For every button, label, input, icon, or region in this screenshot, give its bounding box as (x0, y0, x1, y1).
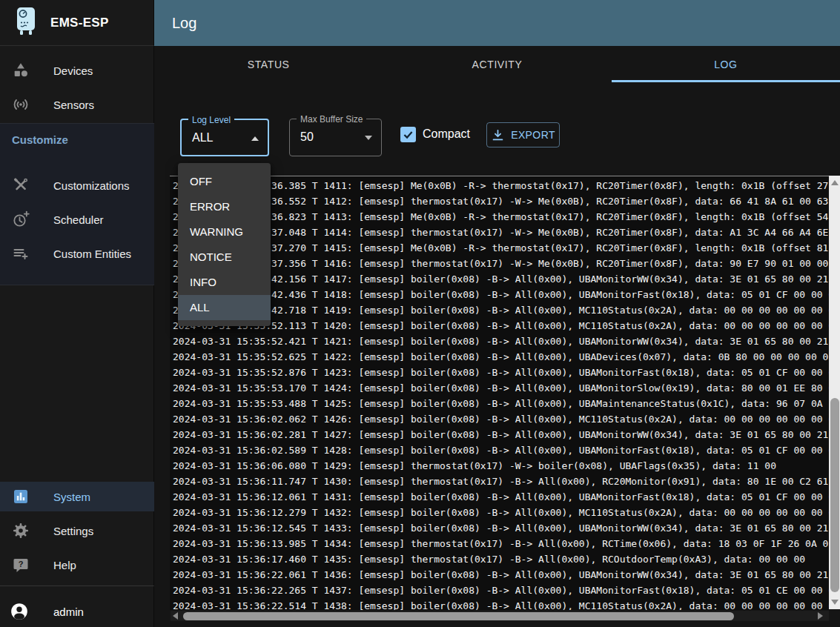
compact-checkbox[interactable] (400, 127, 416, 142)
sidebar-item-label: Customizations (53, 179, 130, 192)
sidebar-item-help[interactable]: ? Help (0, 550, 154, 580)
sidebar-item-customizations[interactable]: Customizations (0, 170, 154, 200)
max-buffer-value: 50 (300, 130, 314, 144)
customize-section-label: Customize (12, 133, 68, 146)
vertical-scrollbar-thumb[interactable] (830, 398, 839, 592)
sidebar-item-devices[interactable]: Devices (0, 56, 154, 85)
log-line: 2024-03-31 15:36:12.279 T 1432: [emsesp]… (173, 505, 829, 520)
active-tab-indicator (612, 80, 840, 82)
sidebar-item-label: Custom Entities (53, 248, 131, 260)
log-line: 2024-03-31 15:35:53.488 T 1425: [emsesp]… (173, 396, 829, 411)
chevron-down-icon (365, 136, 372, 140)
log-line: 2024-03-31 15:35:53.170 T 1424: [emsesp]… (173, 380, 829, 396)
export-button-label: EXPORT (511, 129, 555, 141)
log-line: 2024-03-31 15:36:22.265 T 1437: [emsesp]… (173, 583, 829, 598)
log-line: 2024-03-31 15:35:36.823 T 1413: [emsesp]… (173, 209, 829, 225)
log-line: 2024-03-31 15:35:42.718 T 1419: [emsesp]… (173, 302, 829, 318)
log-line: 2024-03-31 15:35:42.436 T 1418: [emsesp]… (173, 287, 829, 302)
tab-bar: STATUS ACTIVITY LOG (154, 46, 840, 82)
log-line: 2024-03-31 15:36:02.281 T 1427: [emsesp]… (173, 427, 829, 442)
sidebar-item-sensors[interactable]: Sensors (0, 90, 154, 119)
check-icon (402, 128, 414, 141)
compact-label: Compact (423, 127, 470, 141)
chevron-up-icon (251, 136, 259, 141)
horizontal-scrollbar[interactable] (171, 611, 829, 621)
account-circle-icon (10, 602, 29, 621)
vertical-scrollbar[interactable] (829, 176, 840, 609)
category-icon (12, 62, 30, 79)
construction-icon (12, 176, 30, 194)
menu-item-notice[interactable]: NOTICE (178, 245, 271, 270)
tab-activity[interactable]: ACTIVITY (383, 46, 611, 82)
playlist-add-icon (12, 245, 30, 262)
log-line: 2024-03-31 15:36:06.080 T 1429: [emsesp]… (173, 458, 829, 474)
max-buffer-label: Max Buffer Size (297, 114, 366, 125)
export-button[interactable]: EXPORT (486, 122, 560, 147)
scroll-right-arrow-icon[interactable] (818, 612, 823, 620)
sidebar-item-settings[interactable]: Settings (0, 516, 154, 545)
log-line: 2024-03-31 15:36:11.747 T 1430: [emsesp]… (173, 474, 829, 489)
gear-icon (12, 522, 30, 540)
log-line: 2024-03-31 15:35:37.356 T 1416: [emsesp]… (173, 256, 829, 271)
app-title: EMS-ESP (50, 16, 109, 30)
max-buffer-select[interactable]: Max Buffer Size 50 (289, 119, 382, 156)
sidebar-divider (0, 585, 154, 586)
log-line: 2024-03-31 15:36:12.061 T 1431: [emsesp]… (173, 489, 829, 505)
log-line: 2024-03-31 15:36:22.061 T 1436: [emsesp]… (173, 567, 829, 583)
page-title: Log (172, 15, 196, 32)
log-level-menu: OFF ERROR WARNING NOTICE INFO ALL (178, 163, 271, 326)
sidebar: EMS-ESP Devices (0, 0, 154, 627)
sidebar-item-system[interactable]: System (0, 482, 154, 511)
log-line: 2024-03-31 15:35:36.552 T 1412: [emsesp]… (173, 193, 829, 209)
sidebar-item-label: Devices (53, 64, 93, 77)
main-content: Log STATUS ACTIVITY LOG Log Level ALL Ma… (154, 0, 840, 627)
log-line: 2024-03-31 15:36:22.514 T 1438: [emsesp]… (173, 598, 829, 610)
log-line: 2024-03-31 15:35:37.048 T 1414: [emsesp]… (173, 225, 829, 240)
log-line: 2024-03-31 15:35:52.421 T 1421: [emsesp]… (173, 334, 829, 349)
log-line: 2024-03-31 15:36:13.985 T 1434: [emsesp]… (173, 536, 829, 551)
sidebar-item-label: Sensors (53, 99, 94, 111)
log-level-value: ALL (192, 131, 213, 145)
help-bubble-icon: ? (12, 556, 30, 574)
sidebar-item-label: System (53, 491, 90, 503)
tab-log[interactable]: LOG (612, 46, 840, 82)
tab-status[interactable]: STATUS (154, 46, 383, 82)
scroll-down-arrow-icon[interactable] (831, 600, 839, 605)
user-label: admin (53, 606, 84, 618)
sidebar-item-label: Help (53, 559, 76, 571)
clock-plus-icon (12, 210, 30, 228)
app-header: EMS-ESP (0, 0, 154, 46)
poll-icon (12, 488, 30, 505)
boiler-logo-icon (13, 7, 39, 39)
menu-item-off[interactable]: OFF (178, 169, 271, 194)
log-line: 2024-03-31 15:36:02.062 T 1426: [emsesp]… (173, 411, 829, 427)
ems-esp-app: EMS-ESP Devices (0, 0, 840, 627)
scroll-up-arrow-icon[interactable] (831, 180, 839, 185)
scroll-left-arrow-icon[interactable] (173, 612, 178, 620)
sidebar-item-label: Settings (53, 525, 93, 537)
svg-text:?: ? (19, 560, 24, 568)
sidebar-item-custom-entities[interactable]: Custom Entities (0, 239, 154, 268)
menu-item-error[interactable]: ERROR (178, 194, 271, 219)
log-line: 2024-03-31 15:35:52.625 T 1422: [emsesp]… (173, 349, 829, 365)
log-line: 2024-03-31 15:35:36.385 T 1411: [emsesp]… (173, 178, 829, 193)
sidebar-item-label: Scheduler (53, 213, 104, 226)
menu-item-info[interactable]: INFO (178, 270, 271, 295)
page-appbar: Log (154, 0, 840, 46)
log-line: 2024-03-31 15:35:37.270 T 1415: [emsesp]… (173, 240, 829, 256)
horizontal-scrollbar-thumb[interactable] (183, 612, 734, 620)
log-line: 2024-03-31 15:36:12.545 T 1433: [emsesp]… (173, 520, 829, 536)
sidebar-item-scheduler[interactable]: Scheduler (0, 205, 154, 234)
log-line: 2024-03-31 15:35:42.156 T 1417: [emsesp]… (173, 271, 829, 287)
log-line: 2024-03-31 15:36:17.460 T 1435: [emsesp]… (173, 551, 829, 567)
log-level-label: Log Level (188, 115, 234, 125)
menu-item-all[interactable]: ALL (178, 295, 271, 320)
log-line: 2024-03-31 15:35:52.876 T 1423: [emsesp]… (173, 365, 829, 380)
log-level-select[interactable]: Log Level ALL (180, 119, 269, 156)
log-line: 2024-03-31 15:36:02.589 T 1428: [emsesp]… (173, 442, 829, 458)
menu-item-warning[interactable]: WARNING (178, 219, 271, 245)
log-line: 2024-03-31 15:35:52.113 T 1420: [emsesp]… (173, 318, 829, 334)
user-account-row[interactable]: admin (0, 596, 154, 627)
download-icon (491, 128, 505, 142)
sensors-icon (12, 96, 30, 113)
